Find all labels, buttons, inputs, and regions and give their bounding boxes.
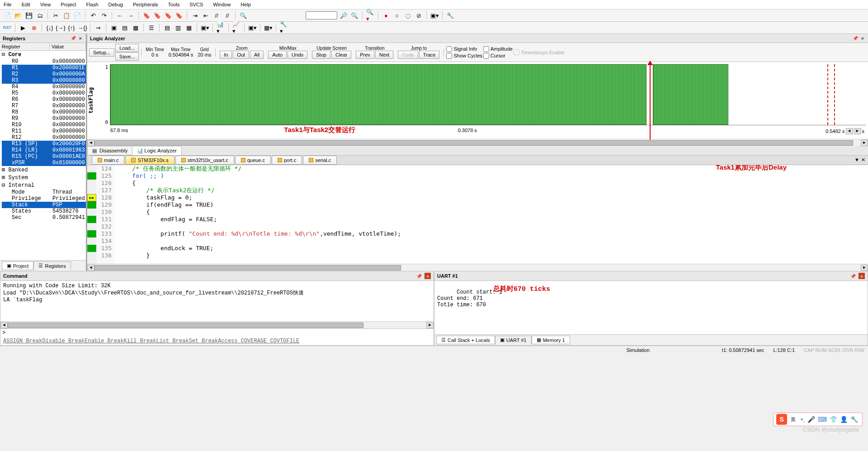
tab-registers[interactable]: ☰Registers [33, 261, 71, 270]
undo-button[interactable]: Undo [288, 51, 307, 59]
reset-icon[interactable]: RST [3, 23, 12, 32]
trace-button[interactable]: Trace [419, 51, 440, 59]
menu-file[interactable]: File [2, 1, 14, 8]
signal-info-check[interactable]: Signal Info [446, 46, 482, 52]
ime-toolbar[interactable]: S 英 •,🎤⌨👕👤🔧 [773, 413, 863, 426]
close-icon[interactable]: ✕ [859, 273, 865, 279]
stop-button[interactable]: Stop [312, 51, 330, 59]
command-hints[interactable]: ASSIGN BreakDisable BreakEnable BreakKil… [0, 337, 434, 345]
logic-chart[interactable]: taskFlag 1 0 67.8 ms 0.3078 s Task1与Task… [87, 62, 868, 139]
search-combo[interactable] [306, 11, 337, 19]
bp-kill-icon[interactable]: ⊘ [414, 11, 423, 20]
file-tab-queue[interactable]: queue.c [235, 156, 271, 165]
stop-icon[interactable]: ⊗ [29, 23, 38, 32]
bp-disable-icon[interactable]: ◌ [403, 11, 412, 20]
serial-icon[interactable]: ▣▾ [200, 23, 209, 32]
register-row[interactable]: R60x00000000 [2, 96, 86, 103]
callstack-icon[interactable]: ▤ [163, 23, 172, 32]
debug-icon[interactable]: 🔍▾ [366, 11, 375, 20]
register-row[interactable]: R00x00000000 [2, 58, 86, 65]
show-next-icon[interactable]: ⇒ [94, 23, 103, 32]
tab-disassembly[interactable]: ▤Disassembly [87, 146, 132, 155]
pin-icon[interactable]: 📌 [849, 274, 857, 279]
cmd-scrollbar[interactable]: ◄► [0, 321, 434, 328]
menu-view[interactable]: View [38, 1, 53, 8]
register-row[interactable]: R20x0000000A [2, 71, 86, 77]
menu-tools[interactable]: Tools [166, 1, 182, 8]
open-icon[interactable]: 📂 [14, 11, 23, 20]
menu-window[interactable]: Window [211, 1, 232, 8]
copy-icon[interactable]: 📋 [62, 11, 71, 20]
symbol-icon[interactable]: ▦ [131, 23, 140, 32]
dropdown-icon[interactable]: ▼ [854, 157, 859, 163]
register-row[interactable]: R100x00000000 [2, 122, 86, 128]
nav-back-icon[interactable]: ← [115, 11, 124, 20]
register-row[interactable]: Sec0.50872941 [2, 214, 86, 221]
paste-icon[interactable]: 📄 [73, 11, 82, 20]
menu-debug[interactable]: Debug [107, 1, 125, 8]
register-row[interactable]: R10x2000001E [2, 65, 86, 71]
tab-callstack[interactable]: ☰Call Stack + Locals [436, 336, 495, 344]
bp-insert-icon[interactable]: ● [382, 11, 391, 20]
menu-svcs[interactable]: SVCS [188, 1, 205, 8]
register-row[interactable]: PrivilegePrivileged [2, 195, 86, 202]
register-row[interactable]: R30x00000080 [2, 77, 86, 84]
run-to-icon[interactable]: →{} [78, 23, 87, 32]
find-icon[interactable]: 🔍 [239, 11, 248, 20]
run-icon[interactable]: ▶ [19, 23, 28, 32]
uart-output[interactable]: Count start: 1 Count end: 671 Totle time… [434, 281, 868, 334]
tab-project[interactable]: ▣Project [2, 261, 33, 270]
command-icon[interactable]: ▣ [109, 23, 118, 32]
redo-icon[interactable]: ↷ [99, 11, 108, 20]
register-row[interactable]: StackPSP [2, 202, 86, 208]
step-over-icon[interactable]: {→} [56, 23, 65, 32]
save-all-icon[interactable]: 🗂 [35, 11, 44, 20]
command-input[interactable]: > [0, 328, 434, 337]
window-icon[interactable]: ▣▾ [430, 11, 439, 20]
clear-button[interactable]: Clear [331, 51, 351, 59]
register-row[interactable]: R13 (SP)0x200020F0 [2, 141, 86, 147]
step-out-icon[interactable]: {↑} [67, 23, 76, 32]
prev-button[interactable]: Prev [356, 51, 374, 59]
disasm-icon[interactable]: ▤ [120, 23, 129, 32]
menu-help[interactable]: Help [239, 1, 253, 8]
outdent-icon[interactable]: ⇤ [201, 11, 210, 20]
step-icon[interactable]: {↓} [45, 23, 54, 32]
tab-memory[interactable]: ▦Memory 1 [532, 336, 570, 344]
bookmark-clear-icon[interactable]: 🔖 [175, 11, 184, 20]
register-row[interactable]: R40x00000000 [2, 84, 86, 90]
bookmark-prev-icon[interactable]: 🔖 [153, 11, 162, 20]
code-editor[interactable]: ▶▶ 1241251261271281291301311321331341351… [87, 165, 868, 264]
register-row[interactable]: R15 (PC)0x08001AE8 [2, 153, 86, 160]
menu-edit[interactable]: Edit [20, 1, 32, 8]
file-tab-serial[interactable]: serial.c [303, 156, 337, 165]
new-icon[interactable]: 📄 [3, 11, 12, 20]
memory-icon[interactable]: ▦ [184, 23, 193, 32]
indent-icon[interactable]: ⇥ [190, 11, 199, 20]
close-icon[interactable]: ✕ [425, 273, 431, 279]
pin-icon[interactable]: 📌 [69, 36, 77, 41]
pin-icon[interactable]: 📌 [851, 36, 859, 41]
register-row[interactable]: R14 (LR)0x08001963 [2, 147, 86, 153]
tab-logic-analyzer[interactable]: 📊Logic Analyzer [132, 146, 182, 155]
register-row[interactable]: xPSR0x81000000 [2, 160, 86, 166]
registers-icon[interactable]: ☰ [147, 23, 156, 32]
find-files-icon[interactable]: 🔍 [350, 11, 359, 20]
analysis-icon[interactable]: 📊▾ [216, 23, 225, 32]
file-tab-main[interactable]: main.c [92, 156, 124, 165]
menu-peripherals[interactable]: Peripherals [131, 1, 160, 8]
nav-fwd-icon[interactable]: → [126, 11, 135, 20]
file-tab-stm32[interactable]: STM32F10x.s [125, 156, 174, 165]
register-row[interactable]: R70x00000000 [2, 103, 86, 109]
setup-button[interactable]: Setup... [89, 48, 114, 57]
tab-uart[interactable]: ▣UART #1 [495, 336, 532, 344]
command-output[interactable]: Running with Code Size Limit: 32K Load "… [0, 281, 434, 321]
uncomment-icon[interactable]: // [223, 11, 232, 20]
close-tab-icon[interactable]: ✕ [861, 157, 865, 163]
zoom-all-button[interactable]: All [250, 51, 264, 59]
register-row[interactable]: R50x00000000 [2, 90, 86, 96]
amplitude-check[interactable]: Amplitude [483, 46, 513, 52]
config-icon[interactable]: 🔧 [446, 11, 455, 20]
next-button[interactable]: Next [375, 51, 394, 59]
scroll-right-icon[interactable]: ► [854, 128, 861, 134]
